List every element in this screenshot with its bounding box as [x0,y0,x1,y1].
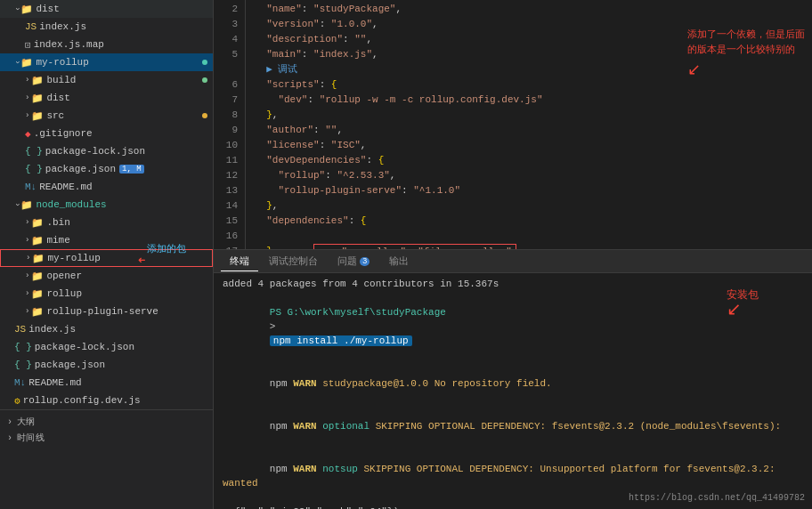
chevron-icon: › [12,60,21,64]
warn-text: SKIPPING OPTIONAL DEPENDENCY: fsevents@2… [376,421,781,432]
chevron-icon: › [25,271,29,280]
code-line: }, [255,108,812,123]
sidebar-item-pkg-json2[interactable]: { } package.json [0,356,213,374]
dot-indicator [202,60,207,65]
term-path: PS G:\work\myself\studyPackage [270,307,446,318]
sidebar-item-label: index.js [28,324,76,335]
sidebar-item-label: index.js [39,21,86,32]
line-num: 5 [214,47,238,62]
code-line: "dev": "rollup -w -m -c rollup.config.de… [255,93,812,108]
line-num: 4 [214,32,238,47]
code-line: "author": "", [255,123,812,138]
outline-section[interactable]: › 大纲 [0,414,213,430]
tab-output[interactable]: 输出 [380,252,418,271]
line-num [214,62,238,77]
code-line: "devDependencies": { [255,153,812,168]
folder-icon: 📁 [31,110,44,122]
sidebar-item-label: rollup.config.dev.js [23,395,141,406]
modified-badge: 1, M [119,165,144,174]
code-line: "description": "", [255,32,812,47]
tab-terminal[interactable]: 终端 [221,252,258,271]
chevron-icon: › [25,111,29,120]
folder-icon: 📁 [32,253,45,264]
sidebar-item-label: mime [46,235,69,246]
sidebar-item-rollup-plugin-serve[interactable]: › 📁 rollup-plugin-serve [0,303,213,320]
folder-icon: 📁 [31,271,44,282]
code-content-area[interactable]: "name": "studyPackage", "version": "1.0.… [246,0,812,249]
line-num: 6 [214,77,238,93]
sidebar-item-index-js2[interactable]: JS index.js [0,320,213,338]
folder-icon: 📁 [20,199,33,211]
code-line: "name": "studyPackage", [255,2,812,17]
chevron-icon: › [25,236,29,245]
sidebar-item-readme2[interactable]: M↓ README.md [0,374,213,392]
sidebar-item-build[interactable]: › 📁 build [0,71,213,89]
code-line: "dependencies": { [255,214,812,229]
sidebar-item-bin[interactable]: › 📁 .bin [0,214,213,231]
json-file-icon: { } [25,164,43,174]
warn-optional: optional [322,421,369,432]
sidebar-item-dist[interactable]: › 📁 dist [0,0,213,18]
sidebar-item-my-rollup[interactable]: › 📁 my-rollup [0,53,213,71]
green-dot [202,77,207,83]
tab-debug-console[interactable]: 调试控制台 [260,252,327,271]
code-line: }, [255,198,812,214]
outline-label: 大纲 [17,416,36,428]
sidebar-item-pkg-json[interactable]: { } package.json 1, M [0,160,213,178]
terminal-content[interactable]: added 4 packages from 4 contributors in … [214,273,812,509]
line-num: 2 [214,2,238,17]
folder-icon: 📁 [31,217,44,229]
sidebar-item-index-js[interactable]: JS index.js [0,18,213,36]
term-line-cmd: PS G:\work\myself\studyPackage > npm ins… [223,291,803,362]
timeline-section[interactable]: › 时间线 [0,430,213,446]
chevron-icon: › [12,6,21,11]
sidebar-item-label: README.md [28,377,81,388]
sidebar-item-pkg-lock2[interactable]: { } package-lock.json [0,338,213,356]
sidebar-item-pkg-lock[interactable]: { } package-lock.json [0,142,213,160]
line-num: 10 [214,138,238,153]
sidebar-item-gitignore[interactable]: ◆ .gitignore [0,125,213,142]
sidebar-item-rollup[interactable]: › 📁 rollup [0,285,213,303]
sidebar-item-label: package.json [35,360,105,370]
sidebar-item-mime[interactable]: › 📁 mime [0,231,213,249]
sidebar-item-label: README.md [39,182,92,192]
term-line-info: : {"os":"win32","arch":"x64"}) [223,505,803,509]
tab-label: 输出 [389,254,409,268]
js-file-icon: JS [14,324,26,335]
sidebar-item-label: package-lock.json [45,146,145,157]
sidebar-item-node-modules[interactable]: › 📁 node_modules [0,196,213,214]
sidebar-item-rollup-config[interactable]: ⚙ rollup.config.dev.js [0,392,213,409]
term-line-warn3: npm WARN notsup SKIPPING OPTIONAL DEPEND… [223,448,803,505]
code-line: } [255,244,812,249]
sidebar-bottom: › 大纲 › 时间线 [0,409,213,449]
tab-label: 调试控制台 [269,254,318,268]
line-num: 8 [214,108,238,123]
sidebar-item-label: package-lock.json [35,342,134,352]
orange-dot [202,113,207,118]
npm-install-cmd: npm install ./my-rollup [270,335,412,346]
folder-icon: 📁 [31,288,44,300]
term-line-warn2: npm WARN optional SKIPPING OPTIONAL DEPE… [223,405,803,448]
sidebar-item-index-js-map[interactable]: ⊡ index.js.map [0,36,213,53]
config-file-icon: ⚙ [14,395,20,407]
code-lines: 2 3 4 5 6 7 8 9 10 11 12 13 14 15 16 17 … [214,0,812,249]
term-line: added 4 packages from 4 contributors in … [223,277,803,291]
json-file-icon: { } [14,360,32,370]
sidebar-item-my-rollup-nm-wrap: › 📁 my-rollup 添加的包 ➜ [0,249,213,267]
code-line: "scripts": { [255,77,812,93]
line-num: 11 [214,153,238,168]
sidebar-item-opener[interactable]: › 📁 opener [0,267,213,285]
tab-label: 问题 [337,254,357,268]
term-space: > [270,321,281,332]
sidebar-item-readme[interactable]: M↓ README.md [0,178,213,196]
sidebar-item-label: package.json [45,164,116,174]
sidebar-item-my-rollup-nm[interactable]: › 📁 my-rollup [0,249,213,267]
sidebar-item-src[interactable]: › 📁 src [0,107,213,125]
folder-icon: 📁 [20,4,33,15]
sidebar-item-label: .bin [46,217,69,228]
line-num: 15 [214,214,238,229]
sidebar-item-dist2[interactable]: › 📁 dist [0,89,213,107]
md-file-icon: M↓ [25,182,37,192]
tab-problems[interactable]: 问题 3 [329,252,378,271]
chevron-icon: › [25,76,29,85]
